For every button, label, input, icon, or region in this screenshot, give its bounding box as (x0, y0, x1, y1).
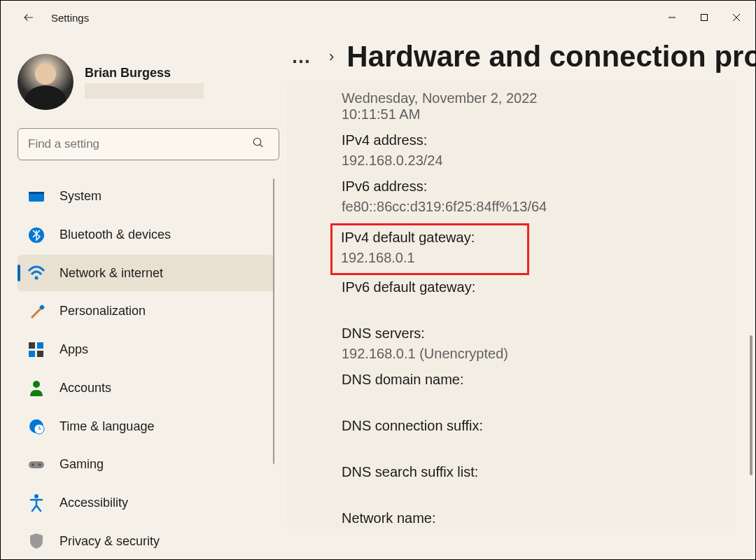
sidebar-item-accessibility[interactable]: Accessibility (18, 485, 274, 522)
dns-search-label: DNS search suffix list: (342, 464, 724, 480)
nav-label: Gaming (59, 457, 104, 472)
sidebar-item-apps[interactable]: Apps (18, 332, 274, 368)
breadcrumb: … › Hardware and connection pro (284, 40, 736, 74)
report-time: 10:11:51 AM (342, 106, 724, 122)
chevron-right-icon: › (329, 48, 334, 66)
sidebar-item-network[interactable]: Network & internet (18, 255, 274, 291)
sidebar: Brian Burgess System Bluetooth & devi (1, 34, 284, 559)
network-name-label: Network name: (342, 510, 724, 526)
avatar (18, 54, 74, 110)
close-button[interactable] (720, 5, 752, 30)
person-icon (27, 379, 46, 397)
more-icon[interactable]: … (287, 46, 316, 68)
ipv6-gateway-label: IPv6 default gateway: (342, 279, 724, 295)
highlight-annotation: IPv4 default gateway: 192.168.0.1 (330, 223, 529, 275)
window-controls (656, 5, 752, 30)
svg-rect-16 (29, 461, 44, 468)
system-icon (27, 188, 46, 206)
svg-rect-12 (37, 351, 43, 357)
bluetooth-icon (27, 226, 46, 244)
dns-suffix-value (342, 438, 724, 454)
search-input[interactable] (18, 128, 279, 160)
shield-icon (27, 532, 46, 550)
nav-label: Bluetooth & devices (59, 227, 171, 242)
dns-servers-label: DNS servers: (342, 326, 724, 342)
nav-label: Personalization (59, 304, 146, 318)
ipv6-gateway-value (342, 300, 724, 316)
dns-suffix-label: DNS connection suffix: (342, 418, 724, 434)
accessibility-icon (27, 493, 46, 512)
dns-domain-label: DNS domain name: (342, 372, 724, 388)
ipv6-address-value: fe80::86cc:d319:6f25:84ff%13/64 (342, 199, 724, 215)
nav-list: System Bluetooth & devices Network & int… (18, 178, 274, 559)
search-container (18, 128, 274, 160)
svg-rect-10 (37, 342, 43, 349)
wifi-icon (27, 264, 46, 282)
nav-label: Privacy & security (59, 534, 160, 549)
user-name: Brian Burgess (85, 66, 204, 80)
titlebar: Settings (1, 1, 755, 34)
svg-point-2 (253, 138, 261, 146)
svg-line-3 (260, 144, 262, 147)
svg-point-7 (35, 276, 38, 280)
apps-icon (27, 341, 46, 359)
minimize-button[interactable] (656, 5, 688, 30)
ipv6-address-label: IPv6 address: (342, 178, 724, 195)
main-scrollbar[interactable] (750, 335, 752, 475)
dns-search-value (342, 484, 724, 500)
svg-rect-9 (29, 342, 35, 349)
nav-label: Accounts (59, 381, 111, 396)
ipv4-gateway-label: IPv4 default gateway: (341, 230, 519, 246)
svg-point-18 (38, 463, 41, 466)
nav-scrollbar[interactable] (273, 178, 274, 559)
page-title: Hardware and connection pro (346, 40, 755, 74)
nav-label: Apps (59, 342, 88, 357)
svg-rect-5 (29, 192, 44, 194)
gamepad-icon (27, 456, 46, 474)
nav-label: Accessibility (59, 496, 128, 510)
search-icon (252, 136, 265, 152)
report-date: Wednesday, November 2, 2022 (342, 90, 724, 106)
sidebar-item-accounts[interactable]: Accounts (18, 370, 274, 407)
sidebar-item-bluetooth[interactable]: Bluetooth & devices (18, 217, 274, 253)
sidebar-item-gaming[interactable]: Gaming (18, 447, 274, 483)
svg-point-13 (33, 381, 40, 388)
sidebar-item-privacy[interactable]: Privacy & security (18, 523, 274, 559)
svg-point-17 (31, 463, 34, 466)
svg-rect-1 (701, 15, 708, 21)
svg-rect-11 (29, 351, 35, 357)
app-title: Settings (51, 12, 89, 24)
sidebar-item-personalization[interactable]: Personalization (18, 293, 274, 330)
brush-icon (27, 302, 46, 321)
sidebar-item-time[interactable]: Time & language (18, 408, 274, 444)
svg-point-19 (34, 494, 38, 498)
dns-servers-value: 192.168.0.1 (Unencrypted) (342, 346, 724, 362)
ipv4-address-label: IPv4 address: (342, 132, 724, 148)
nav-label: System (59, 189, 102, 204)
nav-label: Network & internet (59, 266, 163, 281)
nav-label: Time & language (59, 419, 154, 434)
sidebar-item-system[interactable]: System (18, 178, 274, 215)
back-button[interactable] (15, 4, 43, 31)
main-panel: … › Hardware and connection pro Wednesda… (284, 34, 755, 559)
dns-domain-value (342, 392, 724, 408)
maximize-button[interactable] (688, 5, 720, 30)
user-account[interactable]: Brian Burgess (18, 54, 274, 110)
properties-panel: Wednesday, November 2, 2022 10:11:51 AM … (287, 80, 736, 528)
ipv4-address-value: 192.168.0.23/24 (342, 153, 724, 169)
ipv4-gateway-value: 192.168.0.1 (341, 250, 519, 266)
user-email-redacted (85, 83, 204, 99)
globe-clock-icon (27, 417, 46, 435)
